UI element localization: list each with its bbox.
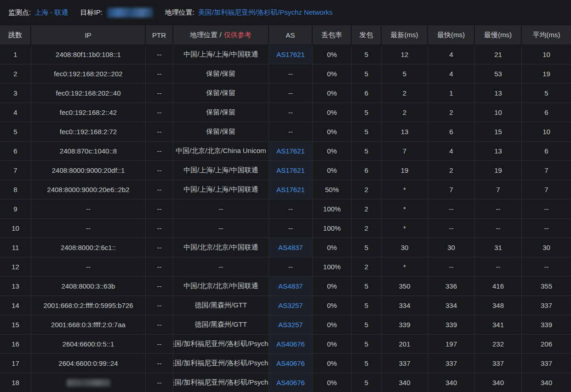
table-row: 162604:6600:0:5::1--美国/加利福尼亚州/洛杉矶/Psych.… (0, 335, 571, 354)
cell-avg: 339 (522, 315, 571, 334)
cell-fastest: 336 (428, 277, 475, 295)
table-row: 4fec0:192:168:2::42--保留/保留--0%522106 (0, 103, 571, 122)
as-link[interactable]: AS3257 (278, 321, 303, 329)
monitor-point-link[interactable]: 上海 - 联通 (34, 8, 68, 17)
cell-loss: 0% (313, 122, 352, 141)
cell-slowest: 337 (475, 354, 522, 373)
cell-loss: 100% (313, 219, 352, 238)
as-link[interactable]: AS40676 (276, 340, 305, 348)
cell-geo: -- (173, 219, 269, 238)
cell-ptr: -- (146, 257, 173, 276)
as-link[interactable]: AS4837 (278, 282, 303, 290)
cell-avg: 7 (522, 161, 571, 180)
cell-as: -- (269, 122, 313, 141)
as-link[interactable]: AS17621 (276, 166, 305, 174)
cell-ip (31, 373, 146, 392)
cell-slowest: 416 (475, 277, 522, 295)
cell-sent: 2 (352, 257, 382, 276)
column-header-ptr: PTR (146, 25, 173, 45)
cell-avg: 19 (522, 64, 571, 83)
cell-fastest: 4 (428, 45, 475, 64)
cell-hop: 2 (0, 64, 31, 83)
table-header: 跳数 IP PTR 地理位置 / 仅供参考 AS 丢包率 发包 最新(ms) 最… (0, 25, 571, 45)
cell-fastest: 337 (428, 354, 475, 373)
as-link[interactable]: AS17621 (276, 147, 305, 155)
cell-sent: 5 (352, 277, 382, 295)
cell-avg: 6 (522, 142, 571, 160)
cell-hop: 7 (0, 161, 31, 180)
table-row: 18--美国/加利福尼亚州/洛杉矶/Psych...AS406760%53403… (0, 373, 571, 392)
cell-loss: 0% (313, 354, 352, 373)
cell-ptr: -- (146, 354, 173, 373)
cell-ip: 2408:8000:2:6c1:: (31, 238, 146, 257)
cell-ip: -- (31, 219, 146, 238)
cell-geo: 中国/上海/上海/中国联通 (173, 180, 269, 199)
as-link[interactable]: AS40676 (276, 359, 305, 367)
table-row: 12--------100%2*------ (0, 257, 571, 277)
cell-avg: 10 (522, 122, 571, 141)
cell-geo: 中国/上海/上海/中国联通 (173, 161, 269, 180)
cell-slowest: -- (475, 199, 522, 218)
monitor-point-label: 监测点: (8, 8, 31, 17)
table-row: 5fec0::192:168:2:72--保留/保留--0%51361510 (0, 122, 571, 142)
target-ip-redacted-value (107, 8, 153, 17)
cell-sent: 5 (352, 354, 382, 373)
cell-sent: 6 (352, 161, 382, 180)
cell-ip: 2604:6600:0:99::24 (31, 354, 146, 373)
cell-latest: * (382, 257, 428, 276)
cell-fastest: 340 (428, 373, 475, 392)
cell-ip: 2408:870c:1040::8 (31, 142, 146, 160)
cell-latest: 30 (382, 238, 428, 257)
cell-avg: 7 (522, 180, 571, 199)
cell-ptr: -- (146, 180, 173, 199)
cell-ip: 2408:8000:9000:20e6::2b2 (31, 180, 146, 199)
cell-ptr: -- (146, 64, 173, 83)
cell-slowest: 15 (475, 122, 522, 141)
cell-fastest: -- (428, 219, 475, 238)
cell-latest: 201 (382, 335, 428, 353)
cell-hop: 10 (0, 219, 31, 238)
table-row: 10--------100%2*------ (0, 219, 571, 238)
cell-slowest: 348 (475, 296, 522, 315)
as-link[interactable]: AS17621 (276, 186, 305, 193)
cell-hop: 9 (0, 199, 31, 218)
as-link[interactable]: AS3257 (278, 301, 303, 309)
cell-latest: 12 (382, 45, 428, 64)
cell-hop: 8 (0, 180, 31, 199)
cell-loss: 0% (313, 238, 352, 257)
as-link[interactable]: AS17621 (276, 51, 305, 58)
cell-geo: 中国/北京/北京/China Unicom (173, 142, 269, 160)
cell-avg: 337 (522, 296, 571, 315)
cell-as: AS4837 (269, 277, 313, 295)
cell-as: AS17621 (269, 180, 313, 199)
cell-ptr: -- (146, 238, 173, 257)
cell-sent: 5 (352, 142, 382, 160)
cell-hop: 12 (0, 257, 31, 276)
cell-ptr: -- (146, 315, 173, 334)
cell-hop: 3 (0, 84, 31, 102)
cell-loss: 0% (313, 315, 352, 334)
geo-location-link[interactable]: 美国/加利福尼亚州/洛杉矶/Psychz Networks (198, 8, 333, 17)
cell-geo: -- (173, 199, 269, 218)
cell-as: -- (269, 257, 313, 276)
cell-hop: 14 (0, 296, 31, 315)
cell-geo: 德国/黑森州/GTT (173, 296, 269, 315)
as-link[interactable]: AS4837 (278, 244, 303, 251)
cell-latest: 350 (382, 277, 428, 295)
cell-hop: 13 (0, 277, 31, 295)
cell-sent: 2 (352, 219, 382, 238)
cell-as: -- (269, 103, 313, 122)
cell-sent: 5 (352, 238, 382, 257)
cell-as: AS17621 (269, 142, 313, 160)
as-link[interactable]: AS40676 (276, 379, 305, 386)
cell-sent: 2 (352, 199, 382, 218)
cell-avg: -- (522, 219, 571, 238)
cell-slowest: 21 (475, 45, 522, 64)
cell-slowest: 53 (475, 64, 522, 83)
cell-avg: 6 (522, 103, 571, 122)
table-row: 132408:8000:3::63b--中国/北京/北京/中国联通AS48370… (0, 277, 571, 296)
cell-slowest: 341 (475, 315, 522, 334)
cell-as: AS3257 (269, 296, 313, 315)
cell-slowest: -- (475, 219, 522, 238)
cell-ip: -- (31, 199, 146, 218)
